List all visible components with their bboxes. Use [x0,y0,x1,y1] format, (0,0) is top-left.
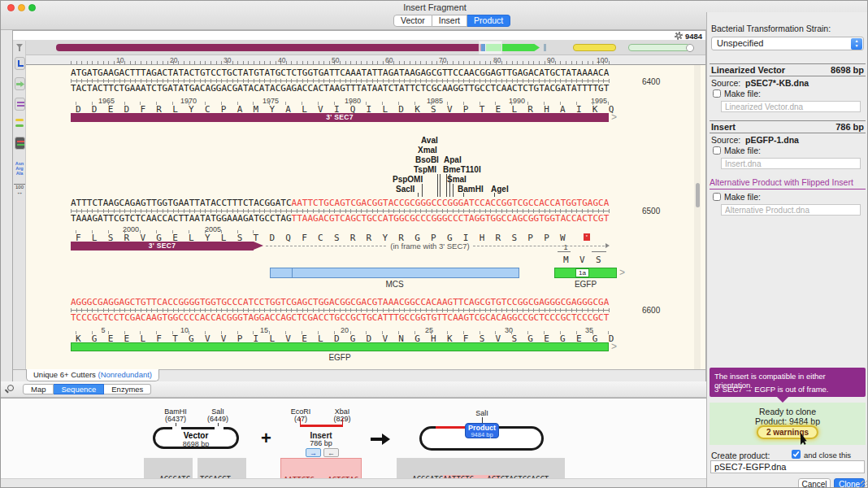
reading-frame-dash [473,246,605,246]
close-window-checkbox[interactable] [792,450,801,459]
translation-tool-button[interactable]: Asn Arg Ala [14,161,25,176]
strain-value: Unspecified [717,38,763,48]
egfp-aa-number: 1 [563,243,567,251]
primer-rev-icon[interactable] [15,124,24,127]
feature-egfp-start-bar[interactable]: 1a [554,268,617,278]
insert-make-file-checkbox[interactable] [713,146,721,155]
orf-tool-button[interactable] [15,77,25,90]
enzyme-label[interactable]: XmaI [418,146,437,155]
enzyme-label[interactable]: AvaI [421,136,438,145]
ruler-number: 80 [493,56,501,64]
make-file-label: Make file: [724,89,761,98]
vector-plasmid-shape: Vector 8698 bp [153,427,239,449]
nonredundant-link[interactable]: (Nonredundant) [98,370,152,379]
features-tool-button[interactable] [15,98,25,111]
enzyme-label[interactable]: PspOMI [393,175,423,184]
result-arrow-shaft [371,438,383,441]
primer-fwd-icon[interactable] [15,119,24,121]
tab-map[interactable]: Map [23,384,54,394]
numbering-tool-button[interactable]: 100 ↔ [14,184,25,195]
vector-source: Source: pSEC7*-KB.dna [711,78,809,88]
message-line-2: 3' SEC7 → EGFP is out of frame. [714,385,829,394]
dna-bottom-strand[interactable]: TACTACTTCTGAAATCTGATATGACAGGACGATACATACG… [71,84,609,93]
warnings-badge[interactable]: 2 warnings [757,425,818,439]
reading-frame-arrowhead [605,243,610,248]
ruler-number: 30 [224,56,231,64]
product-size: 9484 bp [466,432,498,438]
vector-make-file-checkbox[interactable] [713,89,721,98]
egfp-aa-m: M [563,255,569,264]
insert-make-file-row: Make file: [713,146,761,155]
feature-sec7-arrow[interactable]: 3' SEC7 [71,242,254,251]
dna-top-strand[interactable]: ATTTCTAAGCAGAGTTGGTGAATTATACCTTTCTACGGAT… [71,198,609,207]
alt-make-file-checkbox[interactable] [713,193,721,201]
filter-funnel-icon[interactable] [16,44,23,48]
enzymes-tool-button[interactable] [15,57,25,70]
dna-bottom-strand[interactable]: TCCCGCTCCTCGACAAGTGGCCCCACCACGGGTAGGACCA… [71,313,609,322]
cutters-tab[interactable]: Unique 6+ Cutters (Nonredundant) [26,369,159,381]
select-stepper-icon[interactable]: ▲▼ [851,38,862,50]
enzyme-connector [463,193,464,197]
vector-cut-gap [172,426,181,429]
insert-source: Source: pEGFP-1.dna [711,135,799,145]
tab-insert[interactable]: Insert [432,15,467,27]
gear-icon[interactable] [675,32,683,40]
product-badge: Product 9484 bp [465,423,499,438]
tab-vector[interactable]: Vector [393,15,432,27]
feature-mcs-bar[interactable] [270,268,519,278]
dna-top-strand[interactable]: AGGGCGAGGAGCTGTTCACCGGGGTGGTGCCCATCCTGGT… [71,298,609,307]
product-filename-input[interactable] [710,460,865,473]
vector-insert-product-tabs: Vector Insert Product [393,15,510,27]
alignment-tool-button[interactable] [15,137,25,150]
stop-codon-marker: * [584,233,590,241]
view-toolbar: Map Sequence Enzymes [1,381,706,398]
enzyme-label[interactable]: SacII [396,185,414,194]
egfp-mini-ruler [592,251,606,252]
overview-yellow-feature[interactable] [573,44,616,51]
plasmid-overview-bar[interactable] [13,41,705,55]
ruler-number: 70 [439,56,446,64]
diagram-enzyme-ecori-pos: (47) [283,415,319,423]
scrollbar-thumb[interactable] [696,183,700,207]
enzyme-label[interactable]: BsoBI [415,155,439,164]
vector-title: Linearized Vector [711,65,785,75]
alt-file-input[interactable] [721,204,861,216]
enzyme-label[interactable]: BamHI [458,185,484,194]
strain-select[interactable]: Unspecified ▲▼ [711,37,864,50]
insert-fragment-line [300,425,343,427]
view-mode-tabs: Map Sequence Enzymes [23,384,151,394]
feature-sec7-bar[interactable]: 3' SEC7 [71,113,609,122]
feature-mcs-label: MCS [270,280,519,289]
enzyme-connector [453,184,454,197]
tab-enzymes[interactable]: Enzymes [104,384,151,394]
overview-origin-marker [686,44,694,52]
overview-lightgreen-feature[interactable] [628,44,690,51]
ruler-number: 90 [547,56,554,64]
enzyme-label[interactable]: ApaI [444,155,462,164]
orientation-reverse-button[interactable]: ← [323,448,339,457]
position-label: 6600 [642,306,660,315]
ruler-number: 100 [597,56,608,64]
enzyme-connector [440,174,441,197]
dna-bottom-strand[interactable]: TAAAGATTCGTCTCAACCACTTAATATGGAAAGATGCCTA… [71,214,609,223]
ready-status-box: Ready to clone Product: 9484 bp 2 warnin… [710,403,866,445]
insert-file-input[interactable] [721,158,861,169]
cancel-button[interactable]: Cancel [798,478,831,488]
position-label: 6400 [642,77,660,86]
compatibility-message: The insert is compatible in either orien… [710,368,866,397]
vector-file-input[interactable] [721,101,861,112]
dna-top-strand[interactable]: ATGATGAAGACTTTAGACTATACTGTCCTGCTATGTATGC… [71,68,609,77]
enzyme-label[interactable]: BmeT110I [443,165,481,174]
tab-sequence[interactable]: Sequence [54,384,104,394]
tab-product[interactable]: Product [467,15,510,27]
overview-sec7-feature[interactable] [56,44,483,51]
orientation-forward-button[interactable]: → [306,448,321,457]
resize-grip[interactable] [861,481,868,488]
vertical-scrollbar[interactable] [694,65,701,369]
feature-egfp-label: EGFP [71,353,609,362]
search-icon[interactable] [7,385,14,391]
vector-name: Vector [155,431,237,440]
feature-egfp-bar[interactable] [71,342,609,351]
green-arrow-icon [16,81,24,87]
enzyme-label[interactable]: TspMI [414,165,436,174]
